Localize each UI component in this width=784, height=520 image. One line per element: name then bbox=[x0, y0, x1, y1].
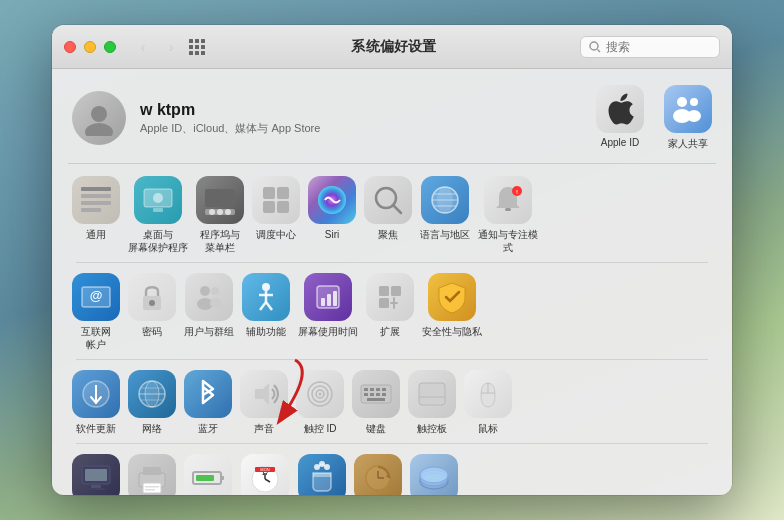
pref-item-password[interactable]: 密码 bbox=[124, 265, 180, 357]
close-button[interactable] bbox=[64, 41, 76, 53]
svg-rect-19 bbox=[81, 201, 111, 205]
siri-label: Siri bbox=[325, 228, 339, 241]
svg-text:!: ! bbox=[516, 189, 518, 195]
svg-point-53 bbox=[210, 298, 222, 308]
svg-rect-33 bbox=[277, 201, 289, 213]
security-label: 安全性与隐私 bbox=[422, 325, 482, 338]
svg-rect-6 bbox=[189, 51, 193, 55]
minimize-button[interactable] bbox=[84, 41, 96, 53]
back-button[interactable]: ‹ bbox=[132, 36, 154, 58]
forward-button[interactable]: › bbox=[160, 36, 182, 58]
battery-icon bbox=[184, 454, 232, 495]
dock-label: 程序坞与菜单栏 bbox=[200, 228, 240, 254]
svg-rect-82 bbox=[382, 388, 386, 391]
svg-point-11 bbox=[91, 106, 107, 122]
svg-point-120 bbox=[420, 467, 448, 483]
svg-point-16 bbox=[687, 110, 701, 122]
pref-item-security[interactable]: 安全性与隐私 bbox=[418, 265, 486, 357]
search-box[interactable] bbox=[580, 36, 720, 58]
ext-label: 扩展 bbox=[380, 325, 400, 338]
general-icon bbox=[72, 176, 120, 224]
svg-point-14 bbox=[690, 98, 698, 106]
grid-view-button[interactable] bbox=[186, 36, 208, 58]
pref-item-mouse[interactable]: 鼠标 bbox=[460, 362, 516, 441]
startup-icon bbox=[410, 454, 458, 495]
svg-rect-81 bbox=[376, 388, 380, 391]
sharing-icon bbox=[298, 454, 346, 495]
control-label: 调度中心 bbox=[256, 228, 296, 241]
svg-point-49 bbox=[149, 300, 155, 306]
pref-item-general[interactable]: 通用 bbox=[68, 168, 124, 260]
family-sharing-label: 家人共享 bbox=[668, 137, 708, 151]
svg-rect-94 bbox=[91, 485, 101, 488]
pref-item-control[interactable]: 调度中心 bbox=[248, 168, 304, 260]
pref-item-datetime[interactable]: 17 MON 日期与时间 bbox=[236, 446, 294, 495]
pref-row-2: @ 互联网帐户 密码 bbox=[68, 265, 716, 357]
pref-item-touch[interactable]: 触控 ID bbox=[292, 362, 348, 441]
svg-rect-88 bbox=[419, 383, 445, 405]
user-name: w ktpm bbox=[140, 101, 582, 119]
pref-item-bluetooth[interactable]: 蓝牙 bbox=[180, 362, 236, 441]
svg-point-24 bbox=[153, 193, 163, 203]
screentime-icon bbox=[304, 273, 352, 321]
svg-rect-93 bbox=[85, 469, 107, 481]
pref-item-users[interactable]: 用户与群组 bbox=[180, 265, 238, 357]
pref-item-sharing[interactable]: 共享 bbox=[294, 446, 350, 495]
display-icon bbox=[72, 454, 120, 495]
svg-point-52 bbox=[211, 287, 219, 295]
svg-rect-61 bbox=[327, 294, 331, 306]
pref-item-network[interactable]: 网络 bbox=[124, 362, 180, 441]
pref-item-keyboard[interactable]: 键盘 bbox=[348, 362, 404, 441]
apple-id-label: Apple ID bbox=[601, 137, 639, 148]
pref-item-trackpad[interactable]: 触控板 bbox=[404, 362, 460, 441]
pref-item-notif[interactable]: ! 通知与专注模式 bbox=[474, 168, 542, 260]
svg-text:MON: MON bbox=[260, 467, 269, 472]
pref-item-startup[interactable]: 启动磁盘 bbox=[406, 446, 462, 495]
svg-rect-3 bbox=[189, 45, 193, 49]
svg-line-58 bbox=[266, 302, 272, 310]
security-icon bbox=[428, 273, 476, 321]
update-label: 软件更新 bbox=[76, 422, 116, 435]
pref-item-battery[interactable]: 电池 bbox=[180, 446, 236, 495]
keyboard-label: 键盘 bbox=[366, 422, 386, 435]
svg-rect-25 bbox=[205, 189, 235, 207]
network-icon bbox=[128, 370, 176, 418]
pref-item-access[interactable]: 辅助功能 bbox=[238, 265, 294, 357]
family-sharing-item[interactable]: 家人共享 bbox=[664, 85, 712, 151]
pref-item-spotlight[interactable]: 聚焦 bbox=[360, 168, 416, 260]
pref-item-ext[interactable]: 扩展 bbox=[362, 265, 418, 357]
svg-rect-32 bbox=[263, 201, 275, 213]
apple-id-item[interactable]: Apple ID bbox=[596, 85, 644, 151]
pref-item-update[interactable]: 软件更新 bbox=[68, 362, 124, 441]
search-icon bbox=[589, 41, 601, 53]
pref-item-timemachine[interactable]: 时间机器 bbox=[350, 446, 406, 495]
svg-rect-84 bbox=[370, 393, 374, 396]
svg-rect-8 bbox=[201, 51, 205, 55]
svg-rect-95 bbox=[87, 488, 105, 490]
svg-rect-103 bbox=[196, 475, 214, 481]
svg-rect-87 bbox=[367, 398, 385, 401]
svg-point-50 bbox=[200, 286, 210, 296]
pref-item-siri[interactable]: Siri bbox=[304, 168, 360, 260]
svg-text:@: @ bbox=[90, 288, 103, 303]
pref-item-desktop[interactable]: 桌面与屏幕保护程序 bbox=[124, 168, 192, 260]
pref-item-display[interactable]: 显示器 bbox=[68, 446, 124, 495]
pref-item-dock[interactable]: 程序坞与菜单栏 bbox=[192, 168, 248, 260]
pref-row-4: 显示器 打印机与扫描仪 bbox=[68, 446, 716, 495]
svg-rect-1 bbox=[195, 39, 199, 43]
svg-rect-79 bbox=[364, 388, 368, 391]
pref-item-screentime[interactable]: 屏幕使用时间 bbox=[294, 265, 362, 357]
svg-rect-43 bbox=[505, 208, 511, 211]
search-input[interactable] bbox=[606, 40, 706, 54]
language-label: 语言与地区 bbox=[420, 228, 470, 241]
touch-icon bbox=[296, 370, 344, 418]
sound-label: 声音 bbox=[254, 422, 274, 435]
pref-item-printer[interactable]: 打印机与扫描仪 bbox=[124, 446, 180, 495]
maximize-button[interactable] bbox=[104, 41, 116, 53]
pref-item-language[interactable]: 语言与地区 bbox=[416, 168, 474, 260]
user-avatar[interactable] bbox=[72, 91, 126, 145]
svg-rect-62 bbox=[333, 291, 337, 306]
network-label: 网络 bbox=[142, 422, 162, 435]
pref-item-sound[interactable]: 声音 bbox=[236, 362, 292, 441]
pref-item-internet[interactable]: @ 互联网帐户 bbox=[68, 265, 124, 357]
